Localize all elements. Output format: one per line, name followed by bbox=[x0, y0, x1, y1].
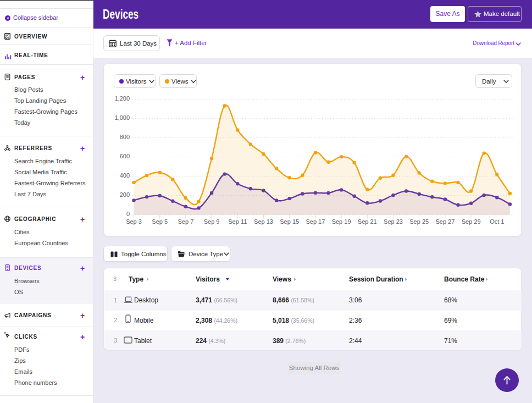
svg-text:600: 600 bbox=[120, 153, 130, 159]
svg-text:Sep 13: Sep 13 bbox=[254, 218, 273, 225]
svg-text:1,000: 1,000 bbox=[114, 114, 130, 121]
svg-text:Sep 29: Sep 29 bbox=[462, 218, 481, 225]
svg-text:Sep 9: Sep 9 bbox=[204, 218, 220, 225]
svg-text:Sep 3: Sep 3 bbox=[126, 218, 142, 225]
svg-text:Sep 7: Sep 7 bbox=[178, 218, 194, 225]
svg-text:Sep 23: Sep 23 bbox=[384, 218, 403, 225]
svg-text:800: 800 bbox=[120, 134, 130, 140]
svg-text:Sep 5: Sep 5 bbox=[152, 218, 168, 225]
svg-text:200: 200 bbox=[120, 191, 130, 198]
svg-text:1,200: 1,200 bbox=[114, 95, 130, 102]
svg-text:Sep 11: Sep 11 bbox=[228, 218, 247, 225]
svg-text:Sep 15: Sep 15 bbox=[280, 218, 299, 225]
svg-text:0: 0 bbox=[126, 211, 130, 217]
svg-text:Sep 21: Sep 21 bbox=[358, 218, 377, 225]
svg-text:Sep 27: Sep 27 bbox=[435, 218, 455, 225]
svg-text:Sep 25: Sep 25 bbox=[409, 218, 429, 225]
svg-text:Oct 1: Oct 1 bbox=[490, 218, 504, 225]
svg-text:Sep 17: Sep 17 bbox=[306, 218, 325, 225]
svg-text:Sep 19: Sep 19 bbox=[332, 218, 351, 225]
svg-text:400: 400 bbox=[120, 172, 130, 179]
